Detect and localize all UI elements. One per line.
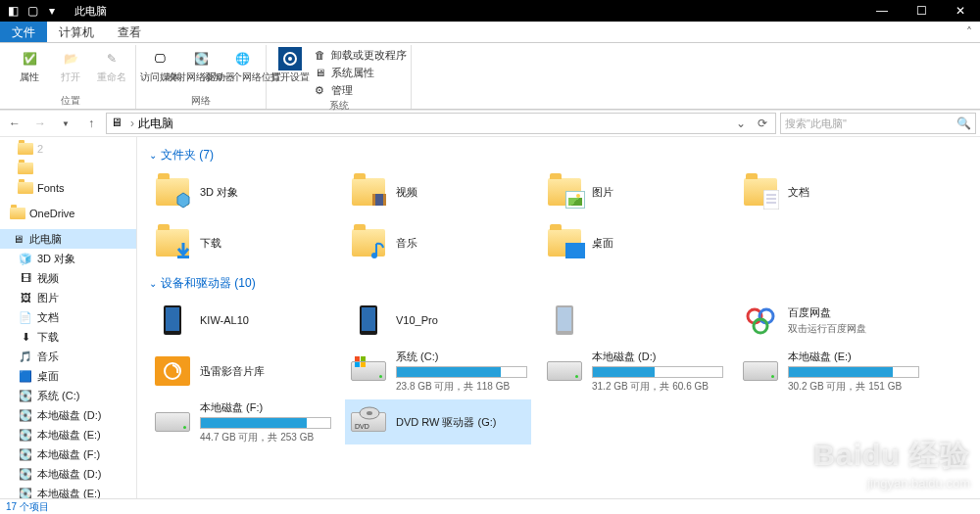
device-item[interactable]: 百度网盘双击运行百度网盘 [737, 298, 923, 343]
svg-marker-3 [177, 193, 189, 208]
sidebar-item-label: 系统 (C:) [37, 389, 79, 403]
search-icon[interactable]: 🔍 [956, 117, 971, 130]
item-name: 视频 [396, 185, 527, 200]
sidebar-item-label: 音乐 [37, 350, 59, 364]
video-icon: 🎞 [18, 270, 33, 286]
ribbon-collapse-button[interactable]: ˄ [958, 22, 980, 42]
sidebar-item[interactable]: 📄文档 [0, 307, 136, 327]
item-name: KIW-AL10 [200, 314, 331, 326]
pc-icon: 🖥 [10, 231, 25, 247]
breadcrumb-current[interactable]: 此电脑 [138, 116, 173, 132]
rename-icon: ✎ [100, 47, 123, 70]
breadcrumb[interactable]: 🖥 › 此电脑 ⌄ ⟳ [106, 113, 776, 134]
minimize-button[interactable]: — [862, 0, 902, 22]
maximize-button[interactable]: ☐ [902, 0, 941, 22]
sidebar-item[interactable]: 💽本地磁盘 (E:) [0, 484, 136, 498]
open-settings-button[interactable]: 打开设置 [270, 45, 310, 98]
tab-file[interactable]: 文件 [0, 22, 47, 42]
sidebar-item[interactable]: 🖥此电脑 [0, 229, 136, 249]
music-icon: 🎵 [18, 349, 33, 364]
uninstall-button[interactable]: 🗑卸载或更改程序 [312, 47, 407, 63]
folder-item[interactable]: 音乐 [345, 220, 531, 265]
back-button[interactable]: ← [4, 113, 25, 134]
settings-icon [278, 47, 302, 70]
drive-icon: 💽 [18, 466, 33, 482]
sidebar-item[interactable]: 🖼图片 [0, 288, 136, 307]
folder-item[interactable]: 3D 对象 [149, 169, 335, 214]
item-sub: 23.8 GB 可用，共 118 GB [396, 380, 527, 394]
sidebar-item[interactable]: 🎵音乐 [0, 347, 136, 366]
folder-icon [153, 223, 192, 262]
sidebar-item[interactable]: Fonts [0, 178, 136, 198]
device-item[interactable] [541, 298, 727, 343]
device-item[interactable]: DVDDVD RW 驱动器 (G:) [345, 399, 531, 444]
folder-icon [18, 180, 33, 196]
sidebar-item[interactable]: 🧊3D 对象 [0, 249, 136, 268]
device-item[interactable]: 本地磁盘 (F:)44.7 GB 可用，共 253 GB [149, 399, 335, 444]
section-devices-header[interactable]: ⌄设备和驱动器 (10) [149, 271, 968, 298]
ribbon-tabs: 文件 计算机 查看 ˄ [0, 22, 980, 43]
rename-button: ✎重命名 [92, 45, 131, 93]
sidebar-item[interactable]: 2 [0, 139, 136, 159]
refresh-button[interactable]: ⟳ [754, 117, 771, 130]
device-item[interactable]: 本地磁盘 (D:)31.2 GB 可用，共 60.6 GB [541, 349, 727, 394]
sidebar-item[interactable]: ⬇下载 [0, 327, 136, 347]
sidebar-item-label: Fonts [37, 182, 65, 194]
uninstall-icon: 🗑 [312, 47, 327, 63]
folder-item[interactable]: 文档 [737, 169, 923, 214]
folder-item[interactable]: 下载 [149, 220, 335, 265]
folder-item[interactable]: 视频 [345, 169, 531, 214]
properties-button[interactable]: ✅属性 [10, 45, 49, 93]
recent-button[interactable]: ▼ [55, 113, 76, 134]
close-button[interactable]: ✕ [941, 0, 980, 22]
sidebar-item[interactable]: 💽本地磁盘 (F:) [0, 444, 136, 464]
add-location-button[interactable]: 🌐添加一个网络位置 [222, 45, 262, 93]
device-item[interactable]: 迅雷影音片库 [149, 349, 335, 394]
sidebar-item-label: 此电脑 [29, 232, 62, 247]
folder-item[interactable]: 桌面 [541, 220, 727, 265]
manage-button[interactable]: ⚙管理 [312, 82, 407, 98]
map-drive-button[interactable]: 💽映射网络驱动器 [181, 45, 220, 93]
device-item[interactable]: 本地磁盘 (E:)30.2 GB 可用，共 151 GB [737, 349, 923, 394]
svg-point-12 [371, 253, 377, 258]
sidebar-item[interactable]: OneDrive [0, 204, 136, 223]
up-button[interactable]: ↑ [80, 113, 102, 134]
sidebar-item[interactable]: 💽本地磁盘 (D:) [0, 464, 136, 484]
search-input[interactable] [785, 117, 956, 129]
item-name: 本地磁盘 (F:) [200, 400, 331, 415]
tab-computer[interactable]: 计算机 [47, 22, 106, 42]
quick-access-icon[interactable]: ▾ [45, 4, 59, 18]
forward-button[interactable]: → [29, 113, 51, 134]
sidebar-item-label: 桌面 [37, 369, 59, 384]
sidebar-item[interactable]: 💽本地磁盘 (E:) [0, 425, 136, 444]
device-icon [545, 351, 584, 391]
item-name: 百度网盘 [788, 305, 919, 320]
sidebar-item[interactable]: 🎞视频 [0, 268, 136, 288]
device-item[interactable]: V10_Pro [345, 298, 531, 343]
sidebar: 2 FontsOneDrive🖥此电脑🧊3D 对象🎞视频🖼图片📄文档⬇下载🎵音乐… [0, 137, 137, 498]
tab-view[interactable]: 查看 [106, 22, 153, 42]
section-folders-header[interactable]: ⌄文件夹 (7) [149, 143, 968, 169]
device-icon [153, 402, 192, 442]
folder-icon [18, 141, 33, 157]
item-name: 桌面 [592, 236, 723, 251]
breadcrumb-dropdown[interactable]: ⌄ [732, 117, 750, 130]
properties-icon: ✅ [18, 47, 41, 70]
device-item[interactable]: KIW-AL10 [149, 298, 335, 343]
folder-icon [349, 223, 388, 262]
device-item[interactable]: 系统 (C:)23.8 GB 可用，共 118 GB [345, 349, 531, 394]
sidebar-item[interactable]: 💽本地磁盘 (D:) [0, 405, 136, 425]
sidebar-item[interactable]: 💽系统 (C:) [0, 386, 136, 405]
dl-icon: ⬇ [18, 329, 33, 345]
item-name: 下载 [200, 236, 331, 251]
search-box[interactable]: 🔍 [780, 113, 976, 134]
address-bar: ← → ▼ ↑ 🖥 › 此电脑 ⌄ ⟳ 🔍 [0, 110, 980, 137]
system-menu-icon[interactable]: ◧ [6, 4, 20, 18]
group-label-system: 系统 [329, 98, 349, 114]
sidebar-item[interactable]: 🟦桌面 [0, 366, 136, 386]
folder-item[interactable]: 图片 [541, 169, 727, 214]
system-props-button[interactable]: 🖥系统属性 [312, 65, 407, 80]
sidebar-item[interactable] [0, 159, 136, 178]
drive-icon: 💽 [18, 427, 33, 443]
access-media-button[interactable]: 🖵访问媒体 [140, 45, 179, 93]
